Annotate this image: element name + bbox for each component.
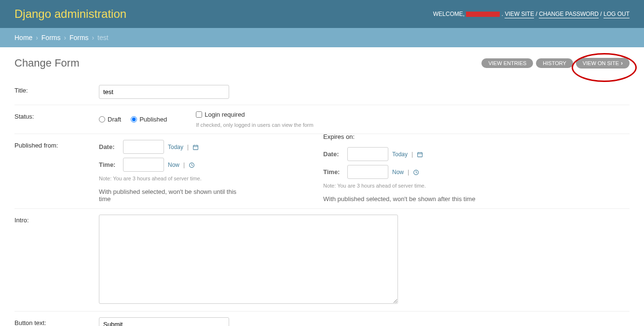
pf-today-link[interactable]: Today	[168, 144, 183, 150]
form-row-intro: Intro:	[14, 209, 630, 312]
breadcrumb-home[interactable]: Home	[14, 34, 32, 41]
breadcrumb-separator: ›	[34, 34, 40, 41]
svg-rect-0	[193, 145, 198, 149]
breadcrumb-model[interactable]: Forms	[69, 34, 89, 41]
pf-help: With published selected, won't be shown …	[99, 188, 241, 203]
login-required-checkbox[interactable]	[196, 111, 202, 118]
login-required-help: If checked, only logged in users can vie…	[196, 122, 313, 128]
chevron-right-icon: ›	[621, 60, 623, 67]
view-entries-button[interactable]: VIEW ENTRIES	[481, 58, 533, 68]
status-draft-radio[interactable]	[99, 116, 105, 122]
form-row-dates: Published from: Date: Today | Time: Now	[14, 134, 630, 209]
pf-note: Note: You are 3 hours ahead of server ti…	[99, 176, 241, 181]
published-from-time-input[interactable]	[123, 158, 164, 172]
pf-now-link[interactable]: Now	[168, 162, 179, 168]
calendar-icon[interactable]	[417, 150, 423, 157]
breadcrumb-app[interactable]: Forms	[41, 34, 61, 41]
brand-title[interactable]: Django administration	[14, 7, 126, 21]
object-tools: VIEW ENTRIES HISTORY VIEW ON SITE ›	[481, 58, 630, 68]
status-published-text: Published	[139, 116, 167, 123]
login-required-text: Login required	[205, 111, 245, 118]
view-site-link[interactable]: VIEW SITE	[505, 11, 534, 18]
svg-rect-7	[418, 152, 423, 157]
eo-today-link[interactable]: Today	[392, 151, 408, 158]
status-published-radio[interactable]	[131, 116, 137, 122]
button-text-label: Button text:	[14, 317, 99, 326]
site-header: Django administration WELCOME, ------ . …	[0, 0, 644, 28]
expires-on-label: Expires on:	[323, 133, 630, 140]
title-input[interactable]	[99, 85, 229, 99]
expires-on-time-input[interactable]	[347, 165, 388, 179]
eo-time-label: Time:	[323, 168, 343, 176]
status-draft-option[interactable]: Draft	[99, 116, 121, 123]
history-button[interactable]: HISTORY	[536, 58, 573, 68]
eo-date-label: Date:	[323, 150, 343, 158]
breadcrumb-separator: ›	[62, 34, 68, 41]
svg-line-6	[192, 165, 193, 165]
form-row-title: Title:	[14, 79, 630, 105]
breadcrumb-separator: ›	[91, 34, 96, 41]
logout-link[interactable]: LOG OUT	[603, 11, 630, 18]
welcome-text: WELCOME,	[433, 11, 465, 17]
status-draft-text: Draft	[108, 116, 121, 123]
button-text-input[interactable]	[99, 317, 229, 326]
clock-icon[interactable]	[413, 168, 419, 175]
view-on-site-label: VIEW ON SITE	[583, 60, 619, 66]
clock-icon[interactable]	[189, 161, 195, 168]
form-row-status: Status: Draft Published Login required I…	[14, 105, 630, 134]
intro-textarea[interactable]	[99, 215, 398, 304]
eo-now-link[interactable]: Now	[392, 169, 404, 176]
eo-note: Note: You are 3 hours ahead of server ti…	[323, 183, 630, 189]
form-row-button-text: Button text:	[14, 312, 630, 326]
calendar-icon[interactable]	[192, 143, 199, 150]
status-published-option[interactable]: Published	[131, 116, 167, 123]
pf-time-label: Time:	[99, 161, 119, 168]
username-redacted: ------	[466, 12, 500, 17]
published-from-column: Date: Today | Time: Now |	[99, 140, 241, 203]
expires-on-column: Expires on: Date: Today | Time: Now |	[323, 140, 630, 203]
login-required-option[interactable]: Login required	[196, 111, 245, 118]
published-from-date-input[interactable]	[123, 140, 164, 154]
login-required-block: Login required If checked, only logged i…	[196, 111, 313, 128]
breadcrumb-current: test	[97, 34, 109, 41]
title-label: Title:	[14, 85, 99, 94]
change-password-link[interactable]: CHANGE PASSWORD	[539, 11, 599, 18]
svg-line-13	[416, 172, 417, 173]
content-header: Change Form VIEW ENTRIES HISTORY VIEW ON…	[14, 57, 630, 69]
expires-on-date-input[interactable]	[347, 147, 388, 161]
intro-label: Intro:	[14, 215, 99, 224]
published-from-label: Published from:	[14, 140, 99, 149]
content: Change Form VIEW ENTRIES HISTORY VIEW ON…	[0, 47, 644, 326]
status-label: Status:	[14, 111, 99, 120]
user-tools: WELCOME, ------ . VIEW SITE / CHANGE PAS…	[433, 11, 630, 17]
view-on-site-button[interactable]: VIEW ON SITE ›	[576, 58, 630, 68]
eo-help: With published selected, won't be shown …	[323, 195, 630, 203]
pf-date-label: Date:	[99, 143, 119, 150]
page-title: Change Form	[14, 57, 80, 69]
breadcrumb: Home › Forms › Forms › test	[0, 28, 644, 47]
